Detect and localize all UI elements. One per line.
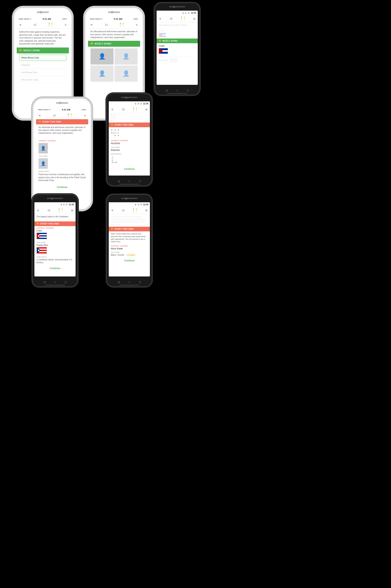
close-button[interactable]: ✕ — [159, 17, 162, 20]
said-person-photo: 👤 — [38, 158, 48, 169]
emoji: 😀 — [91, 42, 94, 45]
correct-answer-photo: 👤 — [36, 142, 88, 154]
card-count: 13 — [34, 23, 36, 26]
home-nav-button[interactable]: ○ — [127, 179, 132, 183]
home-nav-button[interactable]: ○ — [53, 280, 57, 284]
progress-icons: 3 ✓ 3 ✓ — [119, 22, 124, 27]
camera-dot — [51, 198, 53, 200]
time-text: 12:30 — [143, 203, 148, 206]
battery-icon: 🔋 — [140, 203, 142, 205]
goes-with-text: a Caribbean island, unincorporated U.S. … — [34, 258, 76, 265]
question-text: The largest nation in the Caribbean. — [34, 214, 76, 221]
card-count: 18 — [47, 209, 50, 212]
green-progress: 5 ✓ — [68, 113, 69, 118]
you-said-photo: 👤 — [36, 157, 88, 170]
close-button[interactable]: ✕ — [91, 23, 93, 26]
home-nav-button[interactable]: ○ — [175, 88, 179, 93]
phone-7: ▲ ▲ 🔋 12:30 ✕ 16 1 ✓ 1 ✓ ⊞ (1867-1934) P — [106, 194, 153, 288]
puerto-rico-flag — [34, 247, 76, 255]
quiz-header-6: ✕ 18 1 ✓ 1 ✓ ⊞ — [34, 207, 76, 214]
camera — [39, 11, 42, 13]
you-said-label: YOU SAID: — [109, 146, 150, 149]
card-count: 13 — [105, 23, 107, 26]
close-button[interactable]: ✕ — [111, 209, 114, 212]
study-this-banner: 😀 STUDY THIS ONE! — [109, 123, 150, 127]
emoji: 😀 — [38, 121, 41, 123]
correct-answer-value: Alcohols — [109, 142, 150, 146]
continue-button[interactable]: Continue — [109, 257, 150, 264]
answer-white-blood-cells[interactable]: White Blood Cells — [19, 55, 66, 61]
green-progress: 3 ✓ — [119, 22, 121, 27]
photo-2: 👤 — [114, 48, 138, 65]
back-nav-button[interactable]: ◁ — [164, 88, 169, 93]
menu-button[interactable]: ≡ — [65, 23, 66, 26]
svg-text:O: O — [112, 157, 113, 159]
back-nav-button[interactable]: ◁ — [42, 280, 46, 284]
you-said-marie: Marie Kondo 1 mistyped — [109, 254, 150, 257]
battery-text: 100% — [82, 109, 86, 111]
banner-label: NICELY DONE! — [23, 49, 41, 52]
menu-button[interactable]: ≡ — [84, 114, 86, 117]
menu-button[interactable]: ⊞ — [145, 108, 147, 111]
menu-button[interactable]: ≡ — [136, 23, 138, 26]
signal-icon: ▲ — [63, 203, 65, 205]
chem-diagram: O ‖ R—C—R' — [109, 155, 150, 166]
orange-progress: 1 ✓ — [184, 16, 185, 21]
orange-progress: 3 ✓ — [122, 22, 124, 27]
wifi-icon: ▲ — [61, 203, 62, 205]
bottom-bar — [119, 184, 139, 184]
time-text: 9:41 AM — [114, 18, 122, 20]
recents-nav-button[interactable]: □ — [138, 280, 142, 284]
mistyped-badge: 1 mistyped — [126, 254, 136, 256]
correct-answer-cuba: Cuba — [34, 229, 76, 232]
emoji: 😀 — [111, 228, 113, 230]
close-button[interactable]: ✕ — [38, 114, 41, 117]
menu-button[interactable]: ⊞ — [193, 17, 195, 20]
study-this-banner: 😀 STUDY THIS ONE! — [36, 119, 88, 124]
study-this-banner: 😀 STUDY THIS ONE! — [109, 227, 150, 231]
answer-red-blood-cells[interactable]: Red Blood Cells — [19, 69, 66, 75]
svg-text:‖: ‖ — [112, 159, 113, 161]
green-progress: 3 ✓ — [48, 22, 50, 27]
time-text: 12:30 — [143, 103, 148, 105]
back-nav-button[interactable]: ◁ — [116, 179, 121, 183]
continue-button[interactable]: Continue — [34, 265, 76, 271]
continue-button[interactable]: Continue — [109, 166, 150, 172]
green-progress: 1 ✓ — [181, 16, 182, 21]
answer-platelets[interactable]: Platelets — [19, 62, 66, 68]
recents-nav-button[interactable]: □ — [138, 179, 142, 183]
quiz-header-4: ✕ 13 5 ✓ 3 ✓ ≡ — [36, 112, 88, 119]
wifi-icon: ▲ — [182, 12, 184, 14]
answer-text: White Blood Cells — [21, 56, 39, 59]
answer-text: Hene Stem Cells — [21, 79, 38, 81]
close-button[interactable]: ✕ — [37, 209, 39, 212]
you-said-puerto-rico: Puerto Rico — [34, 244, 76, 247]
time-text: 9:41 AM — [62, 109, 71, 111]
progress-icons: 3 ✓ 3 ✓ — [48, 22, 53, 27]
question-faded: (1867-1934) Polish-born chemist and phys… — [109, 214, 150, 227]
close-button[interactable]: ✕ — [19, 23, 22, 26]
continue-button[interactable]: Continue — [36, 184, 88, 191]
correct-answer-row: Cuba — [157, 43, 198, 48]
signal-text: ●●●● Sketch ✈ — [19, 18, 31, 20]
card-count: 18 — [170, 17, 172, 20]
battery-text: 100% — [133, 18, 138, 20]
home-nav-button[interactable]: ○ — [127, 280, 132, 284]
quiz-header-3: ✕ 18 1 ✓ 1 ✓ ⊞ — [157, 15, 198, 22]
menu-button[interactable]: ⊞ — [71, 209, 73, 212]
menu-button[interactable]: ⊞ — [145, 209, 147, 212]
progress-icons: 1 ✓ 1 ✓ — [133, 208, 137, 213]
time-text: 12:30 — [69, 203, 74, 206]
recents-nav-button[interactable]: □ — [186, 88, 190, 93]
status-bar: ▲ ▲ 🔋 12:30 — [109, 202, 150, 207]
bottom-bar — [45, 285, 65, 286]
answer-hene-stem-cells[interactable]: Hene Stem Cells — [19, 77, 66, 83]
phone-5: ▲ ▲ 🔋 12:30 ✕ 18 1 ✓ 1 ✓ ⊞ Δ Δ — [106, 93, 153, 186]
back-nav-button[interactable]: ◁ — [116, 280, 121, 284]
screen-4: ●●●● Sketch ✈ 9:41 AM 100% ✕ 13 5 ✓ 3 ✓ … — [36, 108, 88, 192]
divider — [159, 56, 196, 56]
camera-dot — [173, 6, 175, 8]
close-button[interactable]: ✕ — [111, 108, 114, 111]
recents-nav-button[interactable]: □ — [64, 280, 68, 284]
nav-bar: ◁ ○ □ — [155, 88, 199, 93]
